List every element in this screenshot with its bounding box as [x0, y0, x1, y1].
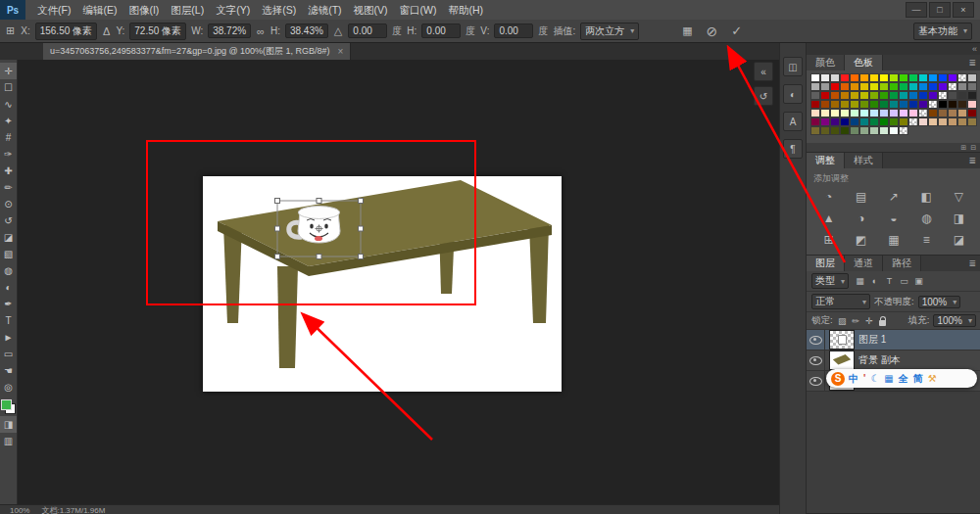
panel-menu-icon[interactable]: ≣ — [963, 153, 980, 168]
color-swatch[interactable] — [850, 73, 859, 82]
menu-item[interactable]: 窗口(W) — [394, 0, 443, 20]
color-swatch[interactable] — [918, 91, 928, 100]
character-panel-icon[interactable]: A — [783, 112, 803, 131]
menu-item[interactable]: 编辑(E) — [76, 0, 122, 20]
color-swatch[interactable] — [859, 82, 869, 91]
cancel-transform-icon[interactable]: ⊘ — [706, 23, 719, 39]
color-swatch[interactable] — [869, 82, 879, 91]
gradient-tool[interactable]: ▧ — [0, 246, 17, 262]
x-input[interactable]: 156.50 像素 — [35, 23, 97, 40]
color-swatch[interactable] — [908, 109, 918, 117]
interpolation-select[interactable]: 两次立方 ▾ — [580, 23, 639, 40]
hskew-input[interactable]: 0.00 — [421, 23, 461, 38]
color-swatch[interactable] — [820, 100, 830, 109]
filter-pixel-layers-icon[interactable]: ▦ — [853, 276, 867, 286]
healing-brush-tool[interactable]: ✚ — [0, 163, 17, 179]
commit-transform-icon[interactable]: ✓ — [730, 23, 743, 38]
color-swatch[interactable] — [889, 109, 899, 117]
color-swatch[interactable] — [938, 82, 948, 91]
color-swatch[interactable] — [908, 117, 918, 126]
color-swatch[interactable] — [859, 73, 869, 82]
tab-styles[interactable]: 样式 — [845, 153, 883, 168]
color-swatch[interactable] — [908, 73, 918, 82]
visibility-toggle[interactable] — [807, 330, 825, 350]
color-swatch[interactable] — [840, 100, 850, 109]
document-tab[interactable]: u=3457063756,249583377&fm=27&gp=0.jpg @ … — [43, 43, 351, 60]
color-swatch[interactable] — [899, 109, 908, 117]
width-input[interactable]: 38.72% — [208, 23, 251, 38]
color-swatch[interactable] — [840, 73, 850, 82]
window-control-button[interactable]: □ — [929, 2, 951, 18]
window-control-button[interactable]: — — [906, 2, 927, 18]
ime-keyboard-icon[interactable]: ▦ — [882, 373, 895, 384]
marquee-tool[interactable]: ☐ — [0, 79, 17, 96]
ime-toolbar[interactable]: S 中'☾▦全简⚒ — [826, 369, 977, 388]
fill-select[interactable]: 100% ▾ — [933, 314, 976, 327]
workspace-switcher[interactable]: 基本功能 ▾ — [913, 23, 972, 40]
canvas-area[interactable]: «↺ — [18, 60, 779, 504]
color-swatch[interactable] — [967, 82, 977, 91]
ime-tools-icon[interactable]: ⚒ — [926, 373, 939, 384]
adjustment-photo-filter-icon[interactable]: ◍ — [910, 210, 943, 227]
color-swatch[interactable] — [899, 82, 908, 91]
menu-item[interactable]: 选择(S) — [256, 0, 302, 20]
adjustment-hue-saturation-icon[interactable]: ▲ — [812, 210, 845, 227]
color-swatch[interactable] — [938, 100, 948, 109]
color-swatch[interactable] — [810, 82, 820, 91]
color-swatch[interactable] — [889, 91, 899, 100]
color-swatch[interactable] — [928, 91, 938, 100]
adjustment-vibrance-icon[interactable]: ▽ — [943, 188, 975, 206]
tab-close-icon[interactable]: × — [338, 46, 344, 57]
ime-mode-chinese[interactable]: 中 — [847, 372, 860, 386]
color-swatch[interactable] — [830, 117, 840, 126]
color-swatch[interactable] — [879, 126, 889, 135]
color-swatch[interactable] — [859, 91, 869, 100]
color-swatch[interactable] — [810, 73, 820, 82]
vskew-input[interactable]: 0.00 — [494, 23, 533, 38]
lock-transparent-icon[interactable]: ▨ — [837, 316, 848, 326]
reference-point-locator[interactable]: ⊞ — [5, 24, 16, 37]
dodge-tool[interactable]: ◐ — [0, 279, 17, 296]
menu-item[interactable]: 图层(L) — [165, 0, 210, 20]
layer-thumbnail[interactable] — [829, 330, 855, 350]
tab-layers[interactable]: 图层 — [807, 256, 845, 271]
adjustment-posterize-icon[interactable]: ▦ — [877, 231, 909, 249]
color-swatch[interactable] — [948, 117, 957, 126]
blur-tool[interactable]: ◍ — [0, 262, 17, 279]
color-swatch[interactable] — [899, 117, 908, 126]
color-swatch[interactable] — [928, 73, 938, 82]
color-swatch[interactable] — [938, 117, 948, 126]
color-swatch[interactable] — [908, 100, 918, 109]
paragraph-panel-icon[interactable]: ¶ — [783, 139, 803, 159]
menu-item[interactable]: 图像(I) — [122, 0, 165, 20]
color-swatch[interactable] — [840, 126, 850, 135]
color-swatch[interactable] — [850, 100, 859, 109]
y-input[interactable]: 72.50 像素 — [129, 23, 186, 40]
color-swatch[interactable] — [830, 100, 840, 109]
adjustment-color-lookup-icon[interactable]: ⊞ — [812, 231, 845, 249]
eraser-tool[interactable]: ◪ — [0, 229, 17, 246]
warp-mode-icon[interactable]: ▦ — [681, 24, 693, 37]
adjustment-exposure-icon[interactable]: ◧ — [910, 188, 943, 206]
height-input[interactable]: 38.43% — [285, 23, 328, 38]
color-swatch[interactable] — [850, 91, 859, 100]
tab-adjustments[interactable]: 调整 — [807, 153, 845, 168]
clone-stamp-tool[interactable]: ⊙ — [0, 196, 17, 212]
color-swatch[interactable] — [840, 82, 850, 91]
color-swatch[interactable] — [879, 109, 889, 117]
color-swatch[interactable] — [820, 82, 830, 91]
color-swatch[interactable] — [820, 91, 830, 100]
menu-item[interactable]: 视图(V) — [348, 0, 394, 20]
tab-color[interactable]: 颜色 — [807, 55, 845, 70]
color-swatch[interactable] — [830, 126, 840, 135]
color-swatch[interactable] — [948, 109, 957, 117]
color-swatch[interactable] — [869, 73, 879, 82]
color-swatch[interactable] — [830, 82, 840, 91]
ime-moon-icon[interactable]: ☾ — [868, 373, 881, 384]
color-swatch[interactable] — [957, 100, 967, 109]
color-swatch[interactable] — [948, 73, 957, 82]
collapse-panels-icon[interactable]: « — [972, 44, 977, 54]
color-swatch[interactable] — [820, 109, 830, 117]
link-dimensions-icon[interactable]: ∞ — [256, 25, 266, 37]
filter-shape-layers-icon[interactable]: ▭ — [897, 276, 911, 286]
